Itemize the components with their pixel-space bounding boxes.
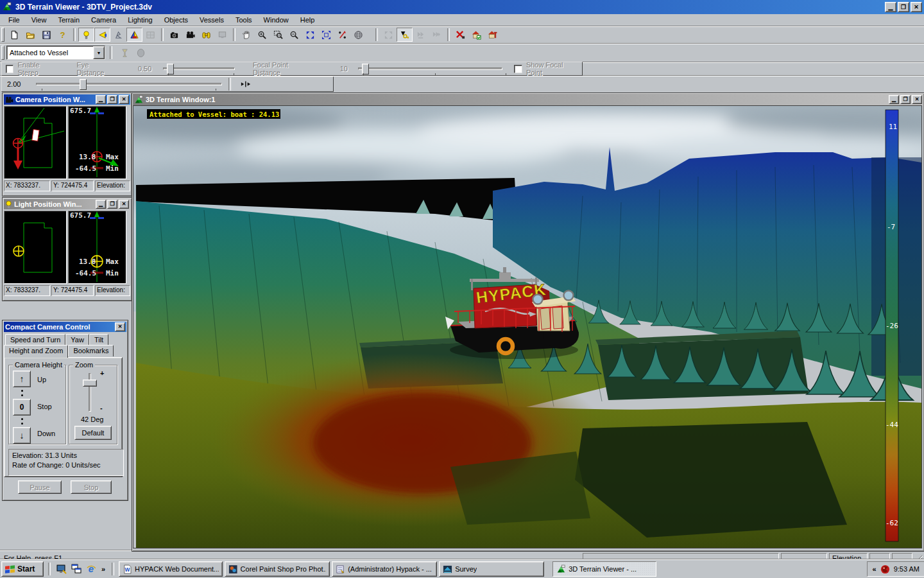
terrain-3d-viewport[interactable]: HYPACK 11 -7	[133, 105, 922, 548]
matrix-step-icon[interactable]	[413, 28, 429, 42]
pause-button[interactable]: Pause	[18, 480, 62, 494]
light-position-titlebar[interactable]: Light Position Win... ▁ ❐ ✕	[4, 199, 130, 209]
taskbar-button-hypack-web[interactable]: W HYPACK Web Document...	[119, 561, 223, 577]
menu-window[interactable]: Window	[258, 15, 295, 25]
quicklaunch-overflow-chevron[interactable]: »	[101, 565, 105, 573]
camera-position-titlebar[interactable]: Camera Position W... ▁ ❐ ✕	[4, 94, 130, 105]
menu-tools[interactable]: Tools	[230, 15, 258, 25]
camera-control-titlebar[interactable]: Compact Camera Control ✕	[4, 322, 126, 332]
tray-chevron[interactable]: «	[873, 565, 877, 573]
menu-objects[interactable]: Objects	[158, 15, 194, 25]
matrix-run-icon[interactable]	[429, 28, 445, 42]
menu-file[interactable]: File	[3, 15, 26, 25]
spotlight-icon[interactable]	[94, 28, 110, 42]
home-set-icon[interactable]	[468, 28, 484, 42]
fit-window-icon[interactable]	[318, 28, 334, 42]
taskbar-button-hypack-admin[interactable]: (Administrator) Hypack - ...	[332, 561, 437, 577]
minimize-button[interactable]: ▁	[96, 200, 106, 209]
delete-target-icon[interactable]	[452, 28, 468, 42]
taskbar-clock[interactable]: 9:53 AM	[894, 565, 920, 573]
menu-terrain[interactable]: Terrain	[52, 15, 85, 25]
show-focal-checkbox[interactable]	[514, 65, 522, 73]
menu-vessels[interactable]: Vessels	[194, 15, 230, 25]
binoculars-icon[interactable]	[198, 28, 214, 42]
elevation-info-box: Elevation: 31.3 Units Rate of Change: 0 …	[8, 449, 124, 476]
help-icon[interactable]: ?	[55, 28, 71, 42]
key-lock-icon[interactable]	[397, 28, 413, 42]
internet-explorer-icon[interactable]: e	[85, 563, 98, 575]
camera-height-group: Camera Height ↑ 0 ↓ Up Stop Down	[8, 365, 66, 444]
close-button[interactable]: ✕	[911, 2, 922, 12]
zoom-out-icon[interactable]	[286, 28, 302, 42]
tab-bookmarks[interactable]: Bookmarks	[68, 345, 114, 356]
taskbar-button-corel[interactable]: Corel Paint Shop Pro Phot...	[225, 561, 330, 577]
start-button[interactable]: Start	[1, 561, 44, 577]
maximize-button[interactable]: ❐	[107, 95, 117, 104]
open-file-icon[interactable]	[22, 28, 38, 42]
show-desktop-icon[interactable]	[55, 563, 68, 575]
app-title-bar[interactable]: 3D Terrain Viewer - 3DTV_Project.3dv ▁ ❐…	[0, 0, 924, 14]
camera-down-button[interactable]: ↓	[13, 427, 31, 444]
close-button[interactable]: ✕	[912, 95, 922, 104]
taskbar-button-terrain-viewer[interactable]: 3D Terrain Viewer - ...	[552, 561, 656, 577]
maximize-button[interactable]: ❐	[898, 2, 909, 12]
close-button[interactable]: ✕	[115, 322, 125, 331]
zoom-in-icon[interactable]	[254, 28, 270, 42]
terrain-window-titlebar[interactable]: 3D Terrain Window:1 ▁ ❐ ✕	[133, 94, 923, 105]
camera-icon[interactable]	[166, 28, 182, 42]
menu-lighting[interactable]: Lighting	[122, 15, 158, 25]
light-elevation-view[interactable]: 675.7 13.8 Max -64.5 Min	[68, 211, 126, 284]
camera-up-button[interactable]: ↑	[13, 371, 31, 387]
camera-plan-view[interactable]	[4, 106, 67, 179]
zoom-slider-thumb[interactable]	[83, 380, 97, 387]
minimize-button[interactable]: ▁	[885, 2, 896, 12]
tab-height-and-zoom[interactable]: Height and Zoom	[4, 345, 68, 358]
scale-slider[interactable]	[36, 78, 222, 90]
close-button[interactable]: ✕	[119, 95, 129, 104]
monitor-icon[interactable]	[214, 28, 230, 42]
combo-dropdown-icon[interactable]: ▼	[93, 46, 105, 59]
minimize-button[interactable]: ▁	[889, 95, 899, 104]
video-camera-icon[interactable]	[182, 28, 198, 42]
center-collapse-icon[interactable]	[237, 77, 253, 91]
tab-tilt[interactable]: Tilt	[89, 334, 108, 346]
maximize-button[interactable]: ❐	[107, 200, 117, 209]
enable-stereo-checkbox[interactable]	[6, 65, 13, 73]
maximize-button[interactable]: ❐	[900, 95, 911, 104]
camera-stop-button[interactable]: 0	[13, 399, 31, 416]
vessel-display-icon[interactable]	[126, 28, 142, 42]
texture-icon[interactable]	[142, 28, 158, 42]
focal-distance-slider[interactable]	[358, 63, 503, 74]
window-switcher-icon[interactable]	[70, 563, 83, 575]
light-on-icon[interactable]	[78, 28, 94, 42]
light-plan-view[interactable]	[4, 211, 67, 284]
fit-extents-icon[interactable]	[302, 28, 318, 42]
tray-app-icon[interactable]	[880, 565, 890, 574]
menu-camera[interactable]: Camera	[85, 15, 122, 25]
collapse-view-icon[interactable]	[381, 28, 397, 42]
camera-mode-glass-icon[interactable]	[117, 46, 133, 60]
menu-view[interactable]: View	[26, 15, 53, 25]
tab-yaw[interactable]: Yaw	[65, 334, 89, 346]
vessel-combo[interactable]: Attached to Vessel ▼	[6, 46, 105, 60]
eye-distance-slider[interactable]	[163, 63, 235, 74]
tab-speed-and-turn[interactable]: Speed and Turn	[5, 334, 65, 346]
minimize-button[interactable]: ▁	[96, 95, 106, 104]
wireframe-globe-icon[interactable]	[350, 28, 366, 42]
zoom-window-icon[interactable]	[270, 28, 286, 42]
camera-elevation-view[interactable]: 675.7 13.8 Max -64.5 Min	[68, 106, 126, 179]
zoom-default-button[interactable]: Default	[74, 426, 112, 440]
home-go-icon[interactable]	[484, 28, 501, 42]
camera-mode-sphere-icon[interactable]	[133, 46, 149, 60]
zoom-slider-track[interactable]	[89, 373, 91, 412]
save-icon[interactable]	[38, 28, 55, 42]
close-button[interactable]: ✕	[119, 200, 129, 209]
light-max-value: 13.8	[79, 258, 96, 266]
pan-hand-icon[interactable]	[238, 28, 254, 42]
scale-percent-icon[interactable]	[334, 28, 350, 42]
ccc-stop-button[interactable]: Stop	[71, 480, 112, 494]
new-file-icon[interactable]	[6, 28, 22, 42]
taskbar-button-survey[interactable]: Survey	[439, 561, 544, 577]
light-path-icon[interactable]	[110, 28, 126, 42]
menu-help[interactable]: Help	[295, 15, 321, 25]
